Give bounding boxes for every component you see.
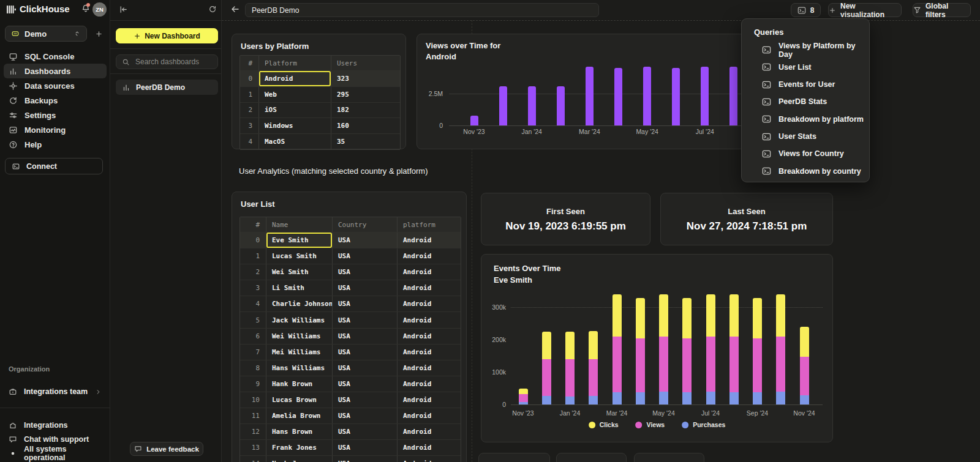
- table-cell[interactable]: USA: [332, 312, 397, 327]
- table-row[interactable]: 6Wei WilliamsUSAAndroid: [240, 328, 461, 344]
- table-row[interactable]: 2iOS182: [240, 102, 400, 118]
- sidebar-item-settings[interactable]: Settings: [4, 108, 107, 122]
- sidebar-item-monitoring[interactable]: Monitoring: [4, 122, 107, 137]
- sidebar-item-sql-console[interactable]: SQL Console: [4, 49, 107, 64]
- table-cell[interactable]: Android: [397, 440, 461, 455]
- dashboard-title-input[interactable]: [245, 3, 599, 17]
- table-cell[interactable]: MacOS: [258, 134, 331, 149]
- table-cell[interactable]: USA: [332, 456, 397, 462]
- table-cell[interactable]: Android: [397, 264, 461, 280]
- new-dashboard-button[interactable]: New Dashboard: [116, 28, 218, 43]
- table-cell[interactable]: 295: [331, 87, 400, 102]
- table-cell[interactable]: USA: [332, 264, 397, 280]
- query-item-1[interactable]: Views by Platform by Day: [762, 45, 869, 55]
- table-row[interactable]: 0Eve SmithUSAAndroid: [240, 232, 461, 248]
- table-cell[interactable]: USA: [332, 440, 397, 455]
- table-row[interactable]: 3Windows160: [240, 117, 400, 133]
- table-cell[interactable]: Lucas Brown: [266, 392, 332, 408]
- table-cell[interactable]: USA: [332, 376, 397, 392]
- table-cell[interactable]: Android: [397, 312, 461, 327]
- table-cell[interactable]: USA: [332, 248, 397, 264]
- table-row[interactable]: 2Wei SmithUSAAndroid: [240, 264, 461, 280]
- query-item-8[interactable]: Breakdown by country: [762, 166, 861, 176]
- table-cell[interactable]: Android: [397, 456, 461, 462]
- sidebar-item-backups[interactable]: Backups: [4, 93, 107, 108]
- table-cell[interactable]: Frank Jones: [266, 440, 332, 455]
- back-icon[interactable]: [230, 4, 240, 14]
- table-cell[interactable]: USA: [332, 233, 397, 248]
- table-cell[interactable]: USA: [332, 360, 397, 376]
- collapse-panel-icon[interactable]: [119, 5, 128, 14]
- leave-feedback-button[interactable]: Leave feedback: [130, 442, 203, 456]
- table-cell[interactable]: 182: [331, 103, 400, 118]
- table-row[interactable]: 1Lucas SmithUSAAndroid: [240, 248, 461, 264]
- table-row[interactable]: 8Hans WilliamsUSAAndroid: [240, 360, 461, 376]
- table-cell[interactable]: Eve Smith: [266, 233, 332, 248]
- table-row[interactable]: 14Noah JonesUSAAndroid: [240, 455, 461, 462]
- sidebar-footer-all-systems-operational[interactable]: All systems operational: [4, 446, 107, 460]
- table-cell[interactable]: USA: [332, 280, 397, 296]
- new-visualization-button[interactable]: New visualization: [828, 3, 902, 17]
- query-item-5[interactable]: Breakdown by platform: [762, 114, 864, 124]
- table-cell[interactable]: Android: [397, 280, 461, 296]
- query-item-4[interactable]: PeerDB Stats: [762, 97, 827, 107]
- queries-count-button[interactable]: 8: [791, 3, 821, 17]
- table-cell[interactable]: Wei Smith: [266, 264, 332, 280]
- table-cell[interactable]: Android: [397, 360, 461, 376]
- table-row[interactable]: 5Jack WilliamsUSAAndroid: [240, 311, 461, 327]
- table-row[interactable]: 9Hank BrownUSAAndroid: [240, 376, 461, 392]
- table-cell[interactable]: Lucas Smith: [266, 248, 332, 264]
- avatar[interactable]: ZN: [92, 2, 107, 17]
- table-cell[interactable]: Android: [397, 296, 461, 311]
- table-row[interactable]: 11Amelia BrownUSAAndroid: [240, 408, 461, 423]
- connect-button[interactable]: Connect: [5, 158, 103, 174]
- table-cell[interactable]: USA: [332, 392, 397, 408]
- table-cell[interactable]: Hans Brown: [266, 424, 332, 439]
- table-row[interactable]: 13Frank JonesUSAAndroid: [240, 439, 461, 455]
- table-cell[interactable]: Windows: [258, 118, 331, 133]
- table-cell[interactable]: USA: [332, 424, 397, 439]
- table-cell[interactable]: Android: [397, 392, 461, 408]
- table-cell[interactable]: 160: [331, 118, 400, 133]
- sidebar-item-help[interactable]: Help: [4, 137, 107, 152]
- table-row[interactable]: 10Lucas BrownUSAAndroid: [240, 392, 461, 408]
- global-filters-button[interactable]: Global filters: [913, 3, 971, 17]
- table-cell[interactable]: Mei Williams: [266, 345, 332, 360]
- sidebar-item-data-sources[interactable]: Data sources: [4, 78, 107, 93]
- table-cell[interactable]: USA: [332, 345, 397, 360]
- table-cell[interactable]: Web: [258, 87, 331, 102]
- add-service-button[interactable]: [92, 27, 105, 40]
- table-cell[interactable]: Android: [397, 424, 461, 439]
- table-cell[interactable]: Android: [397, 376, 461, 392]
- table-row[interactable]: 3Li SmithUSAAndroid: [240, 280, 461, 296]
- table-cell[interactable]: Noah Jones: [266, 456, 332, 462]
- search-dashboards-input[interactable]: [134, 57, 232, 67]
- table-cell[interactable]: Android: [397, 248, 461, 264]
- table-cell[interactable]: Android: [397, 408, 461, 423]
- table-row[interactable]: 1Web295: [240, 86, 400, 102]
- table-cell[interactable]: 35: [331, 134, 400, 149]
- query-item-7[interactable]: Views for Country: [762, 149, 844, 159]
- table-cell[interactable]: Android: [258, 71, 331, 86]
- table-cell[interactable]: USA: [332, 408, 397, 423]
- query-item-6[interactable]: User Stats: [762, 132, 816, 142]
- table-cell[interactable]: Wei Williams: [266, 329, 332, 344]
- table-cell[interactable]: iOS: [258, 103, 331, 118]
- refresh-icon[interactable]: [208, 5, 217, 13]
- table-cell[interactable]: Android: [397, 345, 461, 360]
- table-cell[interactable]: Jack Williams: [266, 312, 332, 327]
- query-item-3[interactable]: Events for User: [762, 80, 835, 90]
- dashboard-list-item[interactable]: PeerDB Demo: [116, 80, 218, 95]
- table-cell[interactable]: Android: [397, 233, 461, 248]
- workspace-select[interactable]: Demo: [5, 26, 87, 42]
- table-cell[interactable]: Android: [397, 329, 461, 344]
- table-row[interactable]: 7Mei WilliamsUSAAndroid: [240, 344, 461, 360]
- table-cell[interactable]: USA: [332, 296, 397, 311]
- table-cell[interactable]: 323: [331, 71, 400, 86]
- query-item-2[interactable]: User List: [762, 62, 812, 72]
- sidebar-item-dashboards[interactable]: Dashboards: [4, 64, 107, 78]
- sidebar-footer-integrations[interactable]: Integrations: [4, 418, 107, 432]
- table-cell[interactable]: Li Smith: [266, 280, 332, 296]
- table-cell[interactable]: Charlie Johnson: [266, 296, 332, 311]
- table-row[interactable]: 4Charlie JohnsonUSAAndroid: [240, 296, 461, 311]
